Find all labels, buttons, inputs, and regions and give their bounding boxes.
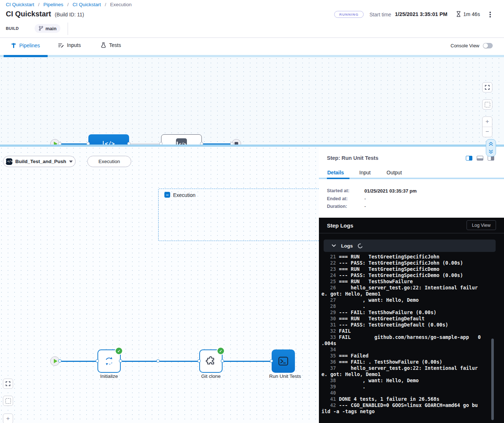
log-line-number: 40: [321, 390, 336, 396]
divider: [319, 233, 504, 233]
log-line: 33 FAIL github.com/harness/go-sample-app…: [321, 334, 495, 340]
start-time-label: Start time: [369, 12, 391, 17]
log-line-text: --- PASS: TestGreetingDefault (0.00s): [339, 322, 448, 328]
log-line: 31 --- PASS: TestGreetingDefault (0.00s): [321, 322, 495, 328]
stage-node-run-integration-tests[interactable]: </>: [161, 134, 202, 145]
fullscreen-button[interactable]: [3, 379, 13, 389]
log-line-number: 27: [321, 297, 336, 303]
check-icon: ✓: [219, 349, 222, 353]
chevrons-up-icon: [488, 142, 493, 146]
step-details-panel: Step: Run Unit Tests Details Input Outpu…: [319, 147, 504, 423]
group-collapse-button[interactable]: −: [164, 192, 170, 198]
log-line-text: .: [339, 384, 365, 390]
log-line-text: hello_server_test.go:22: Intentional fai…: [339, 285, 478, 291]
panel-expander[interactable]: [486, 139, 496, 157]
log-line-text: e. got: Hello, Demo1: [321, 291, 381, 297]
log-line-number: 28: [321, 303, 336, 309]
hourglass-icon: [456, 11, 461, 17]
log-line-number: 42: [321, 402, 336, 408]
breadcrumb-link-project[interactable]: CI Quickstart: [6, 2, 34, 7]
select-region-button[interactable]: [482, 99, 492, 110]
log-line-number: 38: [321, 377, 336, 384]
zoom-in-button[interactable]: +: [3, 414, 13, 423]
layout-right-split-icon[interactable]: [466, 156, 472, 161]
log-line: 22 --- PASS: TestGreetingSpecificJohn (0…: [321, 260, 495, 266]
tab-output[interactable]: Output: [387, 170, 402, 175]
log-view-button[interactable]: Log View: [467, 220, 496, 230]
port: [230, 142, 233, 145]
tab-inputs[interactable]: Inputs: [58, 42, 81, 48]
tab-pipelines[interactable]: Pipelines: [11, 42, 40, 48]
divider: [68, 23, 68, 35]
code-stage-icon: </>: [103, 141, 115, 145]
stage-selector-dropdown[interactable]: </> Build_Test_and_Push: [3, 156, 76, 167]
log-line-text: hello_server_test.go:22: Intentional fai…: [339, 365, 478, 371]
log-line: 40: [321, 390, 495, 396]
branch-chip[interactable]: main: [35, 24, 60, 33]
tab-details[interactable]: Details: [327, 170, 344, 175]
log-line-number: 39: [321, 384, 336, 390]
more-options-icon[interactable]: [489, 11, 492, 18]
log-line: 25 === RUN TestShowFailure: [321, 278, 495, 285]
zoom-out-button[interactable]: −: [483, 127, 492, 137]
step-panel-title: Step: Run Unit Tests: [327, 155, 379, 161]
console-view-toggle[interactable]: [483, 43, 493, 48]
branch-icon: [39, 26, 43, 31]
zoom-controls: + −: [482, 116, 492, 137]
edge: [223, 361, 272, 362]
zoom-in-button[interactable]: +: [483, 117, 492, 127]
step-graph-canvas[interactable]: </> Build_Test_and_Push Execution − Exec…: [0, 147, 319, 423]
step-node-git-clone[interactable]: ✓: [199, 349, 223, 373]
log-line-text: --- PASS: TestGreetingSpecificDemo (0.00…: [339, 272, 463, 278]
edge: [59, 361, 97, 362]
execution-view-button[interactable]: Execution: [87, 156, 131, 167]
log-line-text: .004s: [321, 340, 336, 347]
select-region-button[interactable]: [3, 396, 13, 406]
step-label: Run Unit Tests: [267, 373, 303, 379]
log-line-text: === RUN TestGreetingDefault: [339, 316, 425, 322]
execution-view-label: Execution: [99, 159, 120, 164]
log-line-number: 34: [321, 347, 336, 353]
logs-accordion-header[interactable]: Logs: [324, 240, 496, 252]
port: [200, 142, 203, 145]
inputs-icon: [58, 43, 64, 48]
log-line: e. got: Hello, Demo1: [321, 371, 495, 377]
stage-node-build-test-and-push[interactable]: </>: [88, 134, 129, 145]
layout-bottom-icon[interactable]: [477, 156, 483, 161]
tab-tests[interactable]: Tests: [101, 42, 121, 48]
log-line-number: 31: [321, 322, 336, 328]
stage-selector-label: Build_Test_and_Push: [15, 159, 66, 164]
tab-input[interactable]: Input: [359, 170, 371, 175]
breadcrumb-current: Execution: [110, 2, 132, 7]
marquee-icon: [485, 102, 490, 107]
log-line-number: 23: [321, 266, 336, 272]
log-line-number: 32: [321, 328, 336, 334]
ended-at-value: -: [364, 196, 366, 201]
log-line-text: ild -a -tags netgo: [321, 408, 375, 415]
log-line-text: --- PASS: TestGreetingSpecificJohn (0.00…: [339, 260, 463, 266]
tab-pipelines-label: Pipelines: [19, 43, 40, 48]
console-view-label: Console View: [451, 43, 479, 48]
log-line: 23 === RUN TestGreetingSpecificDemo: [321, 266, 495, 272]
stage-graph-canvas[interactable]: </> Build_Test_and_Pus </> Run_Integrati…: [0, 57, 504, 145]
tab-tests-label: Tests: [109, 42, 121, 48]
breadcrumb-link-pipeline[interactable]: CI Quickstart: [72, 2, 101, 7]
fullscreen-button[interactable]: [482, 82, 492, 92]
step-node-initialize[interactable]: ✓: [97, 349, 121, 373]
log-line: 42 --- CGO_ENABLED=0 GOOS=linux GOARCH=a…: [321, 402, 495, 408]
code-stage-icon: </>: [176, 138, 187, 145]
breadcrumb-link-pipelines[interactable]: Pipelines: [43, 2, 63, 7]
log-line: 26 hello_server_test.go:22: Intentional …: [321, 285, 495, 291]
scrollbar-thumb[interactable]: [491, 339, 494, 420]
chevron-down-icon: [69, 161, 73, 163]
breadcrumb-separator: /: [67, 2, 69, 7]
step-node-run-unit-tests[interactable]: [272, 349, 295, 373]
log-line-text: === RUN TestGreetingSpecificJohn: [339, 254, 439, 260]
breadcrumb-separator: /: [105, 2, 106, 7]
branch-name: main: [45, 26, 56, 31]
pipeline-icon: [11, 42, 16, 48]
flask-icon: [101, 42, 106, 48]
port: [96, 359, 99, 363]
log-line-text: --- FAIL: TestShowFailure (0.00s): [339, 309, 436, 316]
status-badge: RUNNING: [334, 11, 364, 18]
